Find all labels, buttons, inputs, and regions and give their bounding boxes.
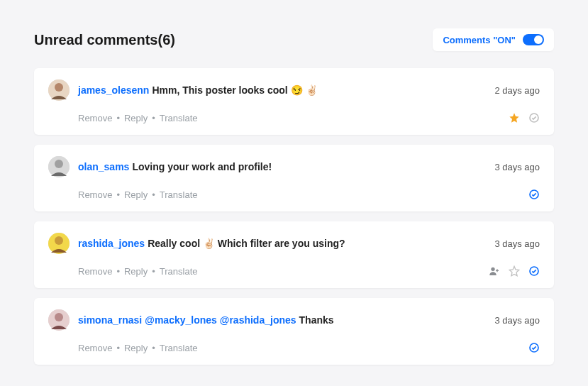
separator: • xyxy=(152,266,155,277)
separator: • xyxy=(116,189,120,200)
svg-point-4 xyxy=(55,160,63,168)
remove-link[interactable]: Remove xyxy=(78,266,112,277)
reply-link[interactable]: Reply xyxy=(124,189,148,200)
star-outline-icon[interactable] xyxy=(509,265,520,277)
avatar[interactable] xyxy=(48,156,70,177)
comment-body: simona_rnasi @macky_lones @rashida_jones… xyxy=(78,314,486,326)
avatar[interactable] xyxy=(48,233,70,254)
reply-link[interactable]: Reply xyxy=(124,113,148,123)
svg-point-8 xyxy=(491,268,494,271)
remove-link[interactable]: Remove xyxy=(78,189,112,200)
svg-point-7 xyxy=(55,236,63,245)
separator: • xyxy=(152,189,155,200)
toggle-knob xyxy=(534,35,543,44)
translate-link[interactable]: Translate xyxy=(160,113,198,123)
action-links: Remove • Reply • Translate xyxy=(78,343,198,353)
separator: • xyxy=(152,113,155,123)
comment-card: olan_sams Loving your work and profile! … xyxy=(34,145,554,211)
username-link[interactable]: rashida_jones xyxy=(78,238,145,249)
comments-toggle[interactable] xyxy=(523,34,544,45)
user-plus-icon[interactable] xyxy=(489,265,500,277)
translate-link[interactable]: Translate xyxy=(160,266,198,277)
comment-card: rashida_jones Really cool ✌🏻 Which filte… xyxy=(34,221,554,288)
timestamp: 3 days ago xyxy=(494,315,540,326)
timestamp: 3 days ago xyxy=(494,238,540,249)
separator: • xyxy=(116,343,120,353)
separator: • xyxy=(116,113,120,123)
svg-point-11 xyxy=(55,313,63,321)
action-links: Remove • Reply • Translate xyxy=(78,266,198,277)
action-links: Remove • Reply • Translate xyxy=(78,189,198,200)
avatar[interactable] xyxy=(48,79,70,101)
username-link[interactable]: olan_sams xyxy=(78,161,129,172)
action-links: Remove • Reply • Translate xyxy=(78,113,198,123)
comment-body: olan_sams Loving your work and profile! xyxy=(78,161,486,172)
page-title: Unread comments(6) xyxy=(34,32,175,48)
remove-link[interactable]: Remove xyxy=(78,343,112,353)
comment-text: Hmm, This poster looks cool 😏 ✌🏻 xyxy=(152,84,317,96)
timestamp: 2 days ago xyxy=(494,85,540,96)
check-circle-icon[interactable] xyxy=(528,112,540,123)
reply-link[interactable]: Reply xyxy=(124,343,148,353)
comment-card: simona_rnasi @macky_lones @rashida_jones… xyxy=(34,298,554,365)
username-link[interactable]: simona_rnasi xyxy=(78,314,142,326)
comment-card: james_olesenn Hmm, This poster looks coo… xyxy=(34,68,554,135)
comment-body: james_olesenn Hmm, This poster looks coo… xyxy=(78,84,486,96)
username-link[interactable]: james_olesenn xyxy=(78,84,149,96)
star-filled-icon[interactable] xyxy=(509,112,520,123)
remove-link[interactable]: Remove xyxy=(78,113,112,123)
comment-text: Really cool ✌🏻 Which filter are you usin… xyxy=(148,238,345,249)
avatar[interactable] xyxy=(48,309,70,331)
svg-point-1 xyxy=(55,83,63,92)
check-circle-icon[interactable] xyxy=(528,342,540,353)
mention-link[interactable]: @macky_lones @rashida_jones xyxy=(145,314,296,326)
comment-text: Loving your work and profile! xyxy=(132,161,272,172)
check-circle-icon[interactable] xyxy=(528,189,540,200)
comment-body: rashida_jones Really cool ✌🏻 Which filte… xyxy=(78,238,486,249)
comments-toggle-label: Comments "ON" xyxy=(443,35,516,45)
separator: • xyxy=(152,343,155,353)
comments-toggle-card: Comments "ON" xyxy=(433,28,554,51)
reply-link[interactable]: Reply xyxy=(124,266,148,277)
separator: • xyxy=(116,266,120,277)
comment-text: Thanks xyxy=(299,314,334,326)
translate-link[interactable]: Translate xyxy=(160,343,198,353)
timestamp: 3 days ago xyxy=(494,162,540,172)
translate-link[interactable]: Translate xyxy=(160,189,198,200)
check-circle-icon[interactable] xyxy=(528,265,540,277)
